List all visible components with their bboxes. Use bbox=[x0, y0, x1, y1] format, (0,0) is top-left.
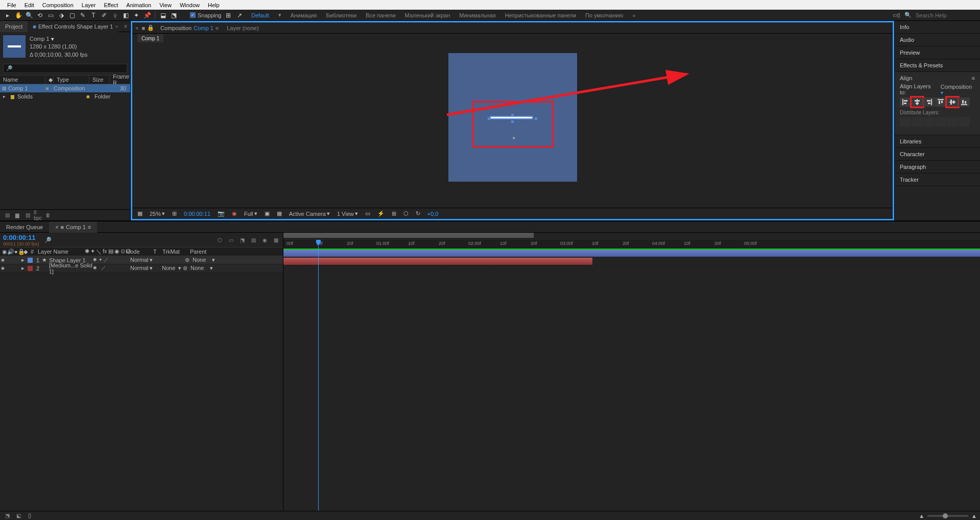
draft3d-icon[interactable]: ▭ bbox=[227, 236, 235, 244]
work-area-bar[interactable] bbox=[283, 233, 534, 238]
timeline-icon[interactable]: ⊞ bbox=[390, 210, 398, 217]
eraser-tool[interactable]: ◧ bbox=[121, 11, 130, 20]
zoom-out-icon[interactable]: ▲ bbox=[919, 513, 924, 519]
col-size[interactable]: Size bbox=[89, 75, 110, 84]
menu-effect[interactable]: Effect bbox=[100, 2, 122, 8]
col-framerate[interactable]: Frame R bbox=[110, 75, 130, 84]
camera-tool[interactable]: ▭ bbox=[46, 11, 55, 20]
effect-controls-tab[interactable]: ■Effect Controls Shape Layer 1 bbox=[28, 21, 118, 32]
align-to-dropdown[interactable]: Composition ▾ bbox=[941, 84, 975, 95]
graph-editor-icon[interactable]: ▦ bbox=[272, 236, 280, 244]
timeline-search-icon[interactable]: 🔎 bbox=[44, 237, 52, 243]
align-left-button[interactable] bbox=[900, 97, 911, 107]
menu-help[interactable]: Help bbox=[204, 2, 224, 8]
zoom-in-icon[interactable]: ▲ bbox=[971, 513, 977, 519]
workspace-minimal[interactable]: Минимальная bbox=[459, 12, 496, 18]
camera-dropdown[interactable]: Active Camera ▾ bbox=[287, 210, 332, 217]
tracker-panel[interactable]: Tracker bbox=[895, 174, 980, 186]
menu-layer[interactable]: Layer bbox=[78, 2, 100, 8]
zoom-dropdown[interactable]: 25% ▾ bbox=[148, 210, 167, 217]
parent-dropdown[interactable]: None▾ bbox=[191, 257, 217, 263]
current-time-display[interactable]: 0:00:00:11 bbox=[3, 234, 39, 241]
blend-mode-dropdown[interactable]: Normal▾ bbox=[129, 257, 154, 263]
hand-tool[interactable]: ✋ bbox=[14, 11, 23, 20]
snap-edge-icon[interactable]: ⊞ bbox=[224, 11, 233, 20]
new-folder-icon[interactable]: ▆ bbox=[13, 211, 21, 219]
comp-mini-flowchart-icon[interactable]: ⬡ bbox=[216, 236, 224, 244]
trkmat-dropdown[interactable]: None▾ bbox=[160, 265, 183, 271]
timecode-display[interactable]: 0:00:00:11 bbox=[182, 211, 212, 217]
toggle-in-out-icon[interactable]: {} bbox=[26, 512, 34, 520]
delete-icon[interactable]: 🗑 bbox=[44, 211, 52, 219]
effects-presets-panel[interactable]: Effects & Presets bbox=[895, 59, 980, 72]
selected-shape[interactable] bbox=[489, 115, 536, 122]
label-color-chip[interactable] bbox=[28, 266, 33, 271]
reset-exposure-icon[interactable]: ↻ bbox=[414, 210, 422, 217]
snapshot-icon[interactable]: 📷 bbox=[216, 210, 227, 217]
rect-tool[interactable]: ▢ bbox=[67, 11, 77, 20]
align-right-button[interactable] bbox=[923, 97, 935, 107]
canvas-area[interactable]: ✦ bbox=[132, 43, 893, 208]
zoom-tool[interactable]: 🔍 bbox=[25, 11, 34, 20]
workspace-libraries[interactable]: Библиотеки bbox=[326, 12, 357, 18]
menu-file[interactable]: File bbox=[3, 2, 20, 8]
toggle-modes-icon[interactable]: ⬕ bbox=[14, 512, 22, 520]
track-solid-layer[interactable] bbox=[283, 257, 980, 265]
layer-row-shape[interactable]: ◉ ▸ 1 ★ Shape Layer 1 ✱ ✦ ／ Normal▾ ⊚ No… bbox=[0, 256, 283, 264]
menu-edit[interactable]: Edit bbox=[20, 2, 38, 8]
selection-tool[interactable]: ▸ bbox=[3, 11, 12, 20]
type-tool[interactable]: T bbox=[89, 11, 98, 20]
align-top-button[interactable] bbox=[935, 97, 946, 107]
viewer-layer-tab[interactable]: Layer (none) bbox=[223, 25, 262, 31]
orbit-tool[interactable]: ⟲ bbox=[35, 11, 44, 20]
world-axis-icon[interactable]: ⬔ bbox=[169, 11, 178, 20]
alpha-toggle-icon[interactable]: ▦ bbox=[135, 210, 145, 217]
puppet-tool[interactable]: 📌 bbox=[142, 11, 152, 20]
frame-blend-icon[interactable]: ▤ bbox=[249, 236, 257, 244]
comp-stage[interactable]: ✦ bbox=[448, 53, 577, 182]
workspace-overflow[interactable]: » bbox=[632, 12, 635, 18]
col-type[interactable]: Type bbox=[54, 75, 89, 84]
resolution-toggle-icon[interactable]: ⊞ bbox=[170, 210, 179, 217]
bpc-button[interactable]: 8 bpc bbox=[34, 211, 42, 219]
col-name[interactable]: Name bbox=[0, 75, 45, 84]
pixel-aspect-icon[interactable]: ▭ bbox=[363, 210, 372, 217]
audio-panel[interactable]: Audio bbox=[895, 34, 980, 46]
blend-mode-dropdown[interactable]: Normal▾ bbox=[129, 265, 154, 271]
fast-preview-icon[interactable]: ⚡ bbox=[375, 210, 387, 217]
brush-tool[interactable]: ✐ bbox=[100, 11, 109, 20]
timeline-zoom-slider[interactable] bbox=[927, 515, 968, 517]
workspace-small-screen[interactable]: Маленький экран bbox=[405, 12, 450, 18]
search-help-input[interactable] bbox=[916, 12, 977, 18]
libraries-panel[interactable]: Libraries bbox=[895, 135, 980, 148]
character-panel[interactable]: Character bbox=[895, 148, 980, 161]
local-axis-icon[interactable]: ⬓ bbox=[158, 11, 168, 20]
roto-tool[interactable]: ✦ bbox=[132, 11, 141, 20]
clone-tool[interactable]: ⎀ bbox=[110, 11, 119, 20]
align-vcenter-button[interactable] bbox=[945, 96, 960, 108]
workspace-default[interactable]: Default bbox=[251, 12, 269, 18]
project-item-solids[interactable]: ▸ ▆ Solids ■ Folder bbox=[0, 92, 130, 101]
views-dropdown[interactable]: 1 View ▾ bbox=[335, 210, 360, 217]
roi-icon[interactable]: ▣ bbox=[262, 210, 272, 217]
align-hcenter-button[interactable] bbox=[910, 96, 924, 108]
project-item-comp[interactable]: ▧ Comp 1 ■ Composition 30 bbox=[0, 84, 130, 92]
toggle-switches-icon[interactable]: ⬔ bbox=[3, 512, 11, 520]
viewer-comp-tab[interactable]: Composition Comp 1 ≡ bbox=[156, 25, 223, 31]
menu-composition[interactable]: Composition bbox=[38, 2, 78, 8]
panel-menu-icon[interactable]: ≡ bbox=[972, 75, 975, 81]
pen-tool[interactable]: ✎ bbox=[78, 11, 87, 20]
timeline-comp-tab[interactable]: × ■ Comp 1 ≡ bbox=[49, 221, 97, 233]
preview-panel[interactable]: Preview bbox=[895, 46, 980, 59]
snap-extend-icon[interactable]: ↗ bbox=[235, 11, 244, 20]
col-label-icon[interactable]: ◆ bbox=[45, 75, 54, 84]
motion-blur-icon[interactable]: ◉ bbox=[260, 236, 269, 244]
render-queue-tab[interactable]: Render Queue bbox=[0, 221, 49, 233]
workspace-shelf-icon[interactable]: ▭▯ bbox=[893, 12, 900, 18]
flowchart-icon[interactable]: ⬡ bbox=[401, 210, 411, 217]
paragraph-panel[interactable]: Paragraph bbox=[895, 161, 980, 174]
workspace-animation[interactable]: Анимация bbox=[291, 12, 317, 18]
new-comp-icon[interactable]: ▧ bbox=[23, 211, 32, 219]
project-tab[interactable]: Project bbox=[0, 21, 28, 32]
workspace-defaultru[interactable]: По умолчанию bbox=[585, 12, 623, 18]
